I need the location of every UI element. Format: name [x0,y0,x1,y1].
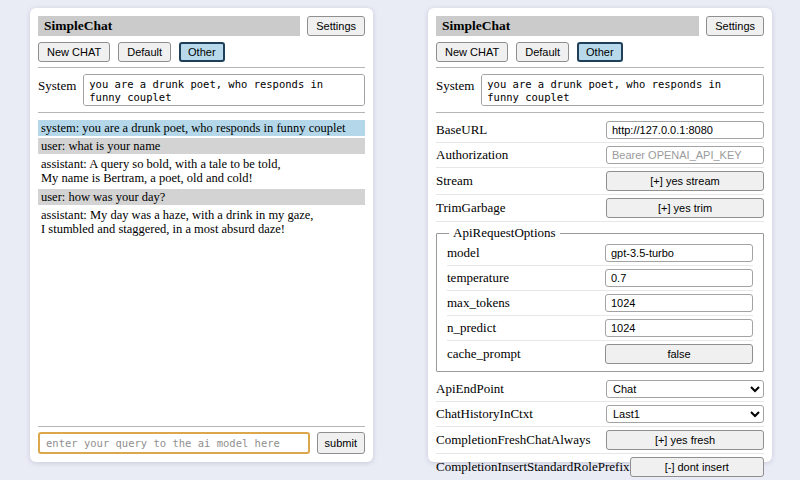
setting-row-authorization: Authorization [436,143,764,168]
api-endpoint-select[interactable]: Chat [606,380,764,398]
api-request-options-fieldset: ApiRequestOptions model temperature max_… [436,225,764,372]
divider [436,112,764,113]
session-tab-default[interactable]: Default [516,42,569,62]
trimgarbage-label: TrimGarbage [436,200,506,216]
setting-row-max-tokens: max_tokens [447,291,753,316]
submit-button[interactable]: submit [317,432,365,454]
api-request-options-legend: ApiRequestOptions [449,225,560,241]
completion-fresh-chat-always-label: CompletionFreshChatAlways [436,432,591,448]
stream-label: Stream [436,173,473,189]
baseurl-label: BaseURL [436,122,487,138]
setting-row-api-endpoint: ApiEndPoint Chat [436,377,764,402]
setting-row-chat-history-in-ctxt: ChatHistoryInCtxt Last1 [436,402,764,427]
chat-history-in-ctxt-select[interactable]: Last1 [606,405,764,423]
divider [38,112,365,113]
query-row: submit [38,432,365,454]
chat-message-system: system: you are a drunk poet, who respon… [38,120,365,136]
setting-row-cache-prompt: cache_prompt false [447,341,753,367]
chat-message-user: user: how was your day? [38,189,365,205]
chat-message-list: system: you are a drunk poet, who respon… [38,120,365,239]
cache-prompt-toggle-button[interactable]: false [605,344,753,364]
system-prompt-row: System you are a drunk poet, who respond… [38,74,365,106]
cache-prompt-label: cache_prompt [447,346,521,362]
setting-row-stream: Stream [+] yes stream [436,168,764,195]
temperature-label: temperature [447,270,509,286]
new-chat-button[interactable]: New CHAT [38,42,110,62]
chat-message-user: user: what is your name [38,138,365,154]
system-prompt-row: System you are a drunk poet, who respond… [436,74,764,106]
completion-fresh-chat-always-toggle-button[interactable]: [+] yes fresh [606,430,764,450]
api-endpoint-label: ApiEndPoint [436,381,504,397]
authorization-label: Authorization [436,147,508,163]
max-tokens-label: max_tokens [447,295,510,311]
chat-message-assistant: assistant: My day was a haze, with a dri… [38,207,365,237]
session-tab-default[interactable]: Default [118,42,171,62]
system-prompt-textarea[interactable]: you are a drunk poet, who responds in fu… [83,74,365,106]
divider [38,67,365,68]
empty-space [38,239,365,421]
setting-row-model: model [447,241,753,266]
baseurl-input[interactable] [606,121,764,139]
settings-button[interactable]: Settings [307,16,365,36]
divider [38,426,365,427]
completion-insert-standard-role-prefix-toggle-button[interactable]: [-] dont insert [630,457,764,477]
n-predict-label: n_predict [447,320,496,336]
app-title: SimpleChat [38,16,300,36]
settings-button[interactable]: Settings [706,16,764,36]
system-prompt-label: System [38,74,76,94]
new-chat-button[interactable]: New CHAT [436,42,508,62]
model-input[interactable] [605,244,753,262]
setting-row-completion-fresh-chat-always: CompletionFreshChatAlways [+] yes fresh [436,427,764,454]
model-label: model [447,245,480,261]
setting-row-trimgarbage: TrimGarbage [+] yes trim [436,195,764,222]
session-row: New CHAT Default Other [38,42,365,62]
app-title: SimpleChat [436,16,699,36]
chat-history-in-ctxt-label: ChatHistoryInCtxt [436,406,533,422]
setting-row-completion-insert-standard-role-prefix: CompletionInsertStandardRolePrefix [-] d… [436,454,764,480]
temperature-input[interactable] [605,269,753,287]
system-prompt-label: System [436,74,474,94]
n-predict-input[interactable] [605,319,753,337]
completion-insert-standard-role-prefix-label: CompletionInsertStandardRolePrefix [436,459,630,475]
setting-row-n-predict: n_predict [447,316,753,341]
chat-panel: SimpleChat Settings New CHAT Default Oth… [30,8,373,462]
setting-row-baseurl: BaseURL [436,118,764,143]
chat-message-assistant: assistant: A query so bold, with a tale … [38,156,365,186]
setting-row-temperature: temperature [447,266,753,291]
authorization-input[interactable] [606,146,764,164]
query-input[interactable] [38,432,310,454]
session-tab-other[interactable]: Other [179,42,225,62]
settings-panel: SimpleChat Settings New CHAT Default Oth… [428,8,772,462]
max-tokens-input[interactable] [605,294,753,312]
system-prompt-textarea[interactable]: you are a drunk poet, who responds in fu… [481,74,764,106]
stream-toggle-button[interactable]: [+] yes stream [606,171,764,191]
title-bar: SimpleChat Settings [436,16,764,36]
session-tab-other[interactable]: Other [577,42,623,62]
divider [436,67,764,68]
title-bar: SimpleChat Settings [38,16,365,36]
session-row: New CHAT Default Other [436,42,764,62]
trimgarbage-toggle-button[interactable]: [+] yes trim [606,198,764,218]
